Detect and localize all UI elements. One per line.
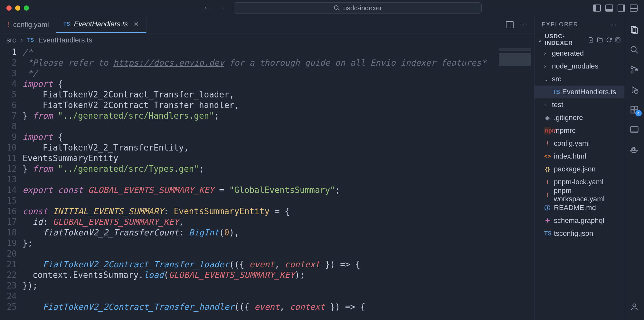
tree-item-label: EventHandlers.ts [562,88,616,96]
code-line[interactable] [23,196,534,206]
breadcrumb-part[interactable]: EventHandlers.ts [38,36,92,44]
run-debug-activity-icon[interactable] [629,84,640,95]
tree-item-label: index.html [554,152,586,160]
code-line[interactable]: }); [23,280,534,291]
svg-rect-26 [633,147,634,149]
file-icon: <> [544,153,551,160]
maximize-window[interactable] [24,5,29,11]
docker-activity-icon[interactable] [629,144,640,155]
code-line[interactable]: FiatTokenV2_2Contract_Transfer_handler, [23,100,534,111]
collapse-icon[interactable] [615,37,621,43]
forward-button[interactable]: → [217,3,225,13]
explorer-activity-icon[interactable] [629,24,640,35]
svg-line-1 [337,9,339,10]
back-button[interactable]: ← [203,3,211,13]
toggle-panel-icon[interactable] [605,5,613,12]
code-line[interactable] [23,291,534,302]
line-number: 22 [0,270,17,280]
file-icon: {} [544,166,551,173]
file-config.yaml[interactable]: !config.yaml [535,137,624,150]
code-line[interactable]: context.EventsSummary.load(GLOBAL_EVENTS… [23,270,534,280]
code-line[interactable]: export const GLOBAL_EVENTS_SUMMARY_KEY =… [23,185,534,196]
line-number: 20 [0,249,17,259]
chevron-right-icon: › [544,63,549,69]
close-tab-icon[interactable]: ✕ [134,20,139,28]
tab-config-yaml[interactable]: ! config.yaml [0,16,56,33]
search-icon [334,5,340,11]
line-number: 11 [0,153,17,164]
search-activity-icon[interactable] [629,44,640,55]
code-line[interactable]: } from "../generated/src/Types.gen"; [23,164,534,174]
project-name: USDC-INDEXER [545,33,585,47]
file-schema.graphql[interactable]: ✦schema.graphql [535,214,624,227]
file-icon: npm [544,127,551,134]
code-editor[interactable]: 1234567891011121314151617181920212223242… [0,47,534,320]
code-line[interactable]: } from "../generated/src/Handlers.gen"; [23,111,534,121]
code-line[interactable]: *Please refer to https://docs.envio.dev … [23,58,534,68]
breadcrumb[interactable]: src › TS EventHandlers.ts [0,33,534,47]
code-line[interactable]: EventsSummaryEntity [23,153,534,164]
remote-activity-icon[interactable] [629,124,640,135]
yaml-icon: ! [7,21,9,28]
customize-layout-icon[interactable] [630,5,638,12]
folder-generated[interactable]: ›generated [535,47,624,60]
file-.gitignore[interactable]: ◆.gitignore [535,111,624,124]
code-line[interactable]: /* [23,47,534,58]
tree-item-label: test [552,101,563,109]
code-line[interactable]: import { [23,132,534,142]
code-line[interactable]: */ [23,68,534,79]
chevron-right-icon: › [544,102,549,108]
command-center[interactable]: usdc-indexer [234,2,482,14]
layout-controls [593,5,638,12]
tab-eventhandlers-ts[interactable]: TS EventHandlers.ts ✕ [56,16,147,33]
folder-src[interactable]: ⌄src [535,73,624,86]
editor-area: ! config.yaml TS EventHandlers.ts ✕ ··· … [0,16,535,320]
project-header[interactable]: ⌄ USDC-INDEXER [535,33,624,46]
code-line[interactable]: import { [23,79,534,89]
code-line[interactable]: }; [23,238,534,249]
code-line[interactable]: FiatTokenV2_2Contract_Transfer_loader(({… [23,259,534,270]
file-README.md[interactable]: ⓘREADME.md [535,201,624,214]
code-content[interactable]: /* *Please refer to https://docs.envio.d… [23,47,534,320]
file-.npmrc[interactable]: npm.npmrc [535,124,624,137]
more-actions-icon[interactable]: ··· [520,21,528,29]
file-index.html[interactable]: <>index.html [535,150,624,163]
code-line[interactable]: FiatTokenV2_2_TransferEntity, [23,142,534,153]
refresh-icon[interactable] [606,37,612,43]
toggle-primary-sidebar-icon[interactable] [593,5,601,12]
file-pnpm-workspace.yaml[interactable]: !pnpm-workspace.yaml [535,188,624,201]
line-number: 7 [0,111,17,121]
editor-tabs: ! config.yaml TS EventHandlers.ts ✕ ··· [0,16,534,33]
code-line[interactable]: id: GLOBAL_EVENTS_SUMMARY_KEY, [23,217,534,227]
close-window[interactable] [6,5,12,11]
accounts-activity-icon[interactable] [629,301,640,312]
tree-item-label: pnpm-lock.yaml [554,178,603,186]
minimap[interactable] [499,48,531,77]
code-line[interactable] [23,174,534,185]
file-tsconfig.json[interactable]: TStsconfig.json [535,227,624,240]
code-line[interactable] [23,121,534,132]
split-editor-icon[interactable] [506,21,514,28]
new-folder-icon[interactable] [597,37,603,43]
toggle-secondary-sidebar-icon[interactable] [618,5,625,12]
code-line[interactable]: FiatTokenV2_2Contract_Transfer_handler((… [23,302,534,312]
explorer-more-icon[interactable]: ··· [609,21,617,29]
source-control-activity-icon[interactable] [629,64,640,75]
svg-point-13 [631,71,633,73]
svg-rect-6 [616,38,620,42]
folder-node_modules[interactable]: ›node_modules [535,60,624,73]
code-line[interactable]: const INITIAL_EVENTS_SUMMARY: EventsSumm… [23,206,534,217]
file-package.json[interactable]: {}package.json [535,163,624,176]
folder-test[interactable]: ›test [535,98,624,111]
minimize-window[interactable] [15,5,20,11]
explorer-panel: EXPLORER ··· ⌄ USDC-INDEXER ›generated›n… [535,16,624,320]
svg-point-0 [334,5,338,9]
file-EventHandlers.ts[interactable]: TSEventHandlers.ts [535,86,624,98]
code-line[interactable]: fiatTokenV2_2_TransferCount: BigInt(0), [23,227,534,238]
extensions-activity-icon[interactable] [629,104,640,115]
line-number: 2 [0,58,17,68]
code-line[interactable]: FiatTokenV2_2Contract_Transfer_loader, [23,89,534,100]
code-line[interactable] [23,249,534,259]
breadcrumb-part[interactable]: src [6,36,16,44]
new-file-icon[interactable] [588,37,594,43]
